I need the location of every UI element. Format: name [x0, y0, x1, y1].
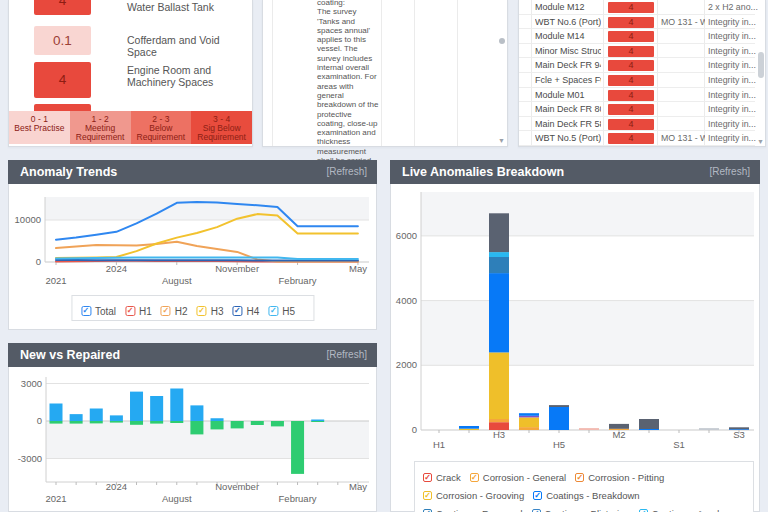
panel-header: Anomaly Trends [Refresh] — [8, 160, 377, 184]
axis-label: 4000 — [396, 295, 417, 306]
legend-checkbox[interactable]: ✓ — [533, 491, 542, 500]
bar-repaired — [70, 421, 83, 424]
axis-label: 2021 — [45, 275, 66, 286]
bar-segment-corrosion_general — [489, 419, 509, 422]
condition-row-label: Water Ballast Tank — [127, 1, 247, 13]
column-divider — [414, 0, 415, 146]
module-row[interactable]: Main Deck FR 80-944Integrity in... — [519, 102, 755, 117]
legend-checkbox[interactable]: ✓ — [81, 306, 91, 316]
module-note: Integrity in... — [708, 46, 760, 56]
legend-checkbox[interactable]: ✓ — [423, 473, 432, 482]
bar-repaired — [231, 421, 244, 428]
bar-new — [90, 409, 103, 422]
plot-band — [421, 192, 754, 236]
module-note: Integrity in... — [708, 17, 760, 27]
condition-legend: 0 - 1Best Practise1 - 2Meeting Requireme… — [9, 111, 252, 144]
module-row[interactable]: Fcle + Spaces Fwd4Integrity in... — [519, 73, 755, 88]
legend-label: H5 — [282, 306, 295, 317]
legend-label: Coatings - Removed — [436, 506, 523, 512]
module-row[interactable]: Minor Misc Structure4Integrity in... — [519, 44, 755, 59]
legend-checkbox[interactable]: ✓ — [268, 306, 278, 316]
bar-segment-other — [729, 427, 749, 429]
refresh-link[interactable]: [Refresh] — [709, 160, 750, 184]
panel-body: -30000300020212024AugustNovemberFebruary… — [8, 367, 377, 512]
condition-score-badge: 4 — [34, 0, 91, 15]
legend-item: ✓H2 — [161, 306, 188, 317]
legend-item: ✓Corrosion - Grooving — [423, 488, 524, 503]
legend-item: ✓Total — [81, 306, 116, 317]
module-note: Integrity in... — [708, 133, 760, 143]
module-ref: MO 131 - W... — [661, 133, 705, 143]
legend-item: ✓Coatings - Breakdown — [533, 488, 639, 503]
axis-label: H5 — [553, 439, 565, 450]
module-note: Integrity in... — [708, 31, 760, 41]
axis-label: February — [279, 275, 317, 286]
plot-band — [46, 421, 369, 459]
module-name: Main Deck FR 58-80 — [535, 119, 601, 129]
scroll-thumb-icon[interactable] — [499, 38, 505, 44]
bar-new — [311, 420, 324, 422]
bar-segment-coatings_breakdown — [519, 413, 539, 416]
module-score-badge: 4 — [608, 133, 654, 144]
module-row[interactable]: WBT No.6 (Port)4MO 131 - W...Integrity i… — [519, 15, 755, 30]
bar-segment-crack — [489, 422, 509, 430]
axis-label: November — [215, 481, 259, 492]
bar-new — [211, 418, 224, 421]
module-row[interactable]: Module M144Integrity in... — [519, 29, 755, 44]
module-row[interactable]: Module M014Integrity in... — [519, 88, 755, 103]
module-name: Main Deck FR 94-117 — [535, 60, 601, 70]
axis-label: 2021 — [45, 493, 66, 504]
legend-checkbox[interactable]: ✓ — [423, 491, 432, 500]
legend-item: ✓H4 — [232, 306, 259, 317]
scroll-down-icon[interactable]: ▼ — [757, 138, 764, 145]
bar-segment-corrosion_grooving — [519, 417, 539, 427]
bar-new — [170, 389, 183, 422]
legend-checkbox[interactable]: ✓ — [161, 306, 171, 316]
module-row[interactable]: WBT No.5 (Port)4MO 131 - W...Integrity i… — [519, 131, 755, 146]
legend-checkbox[interactable]: ✓ — [232, 306, 242, 316]
bar-segment-coatings_anodes — [489, 252, 509, 257]
breakdown-legend: ✓Crack✓Corrosion - General✓Corrosion - P… — [414, 461, 754, 512]
legend-item: ✓H3 — [197, 306, 224, 317]
column-divider — [272, 0, 273, 146]
module-row[interactable]: Module M1242 x H2 ano... — [519, 0, 755, 15]
series-line-H3 — [56, 214, 358, 258]
refresh-link[interactable]: [Refresh] — [326, 160, 367, 184]
table-scrollbar-thumb[interactable] — [758, 52, 764, 78]
legend-label: Coatings - Breakdown — [546, 488, 639, 503]
module-row[interactable]: Main Deck FR 58-804Integrity in... — [519, 117, 755, 132]
module-name: WBT No.6 (Port) — [535, 17, 601, 27]
scroll-down-icon[interactable]: ▼ — [498, 137, 505, 144]
module-name: Fcle + Spaces Fwd — [535, 75, 601, 85]
module-row[interactable]: Main Deck FR 94-1174Integrity in... — [519, 58, 755, 73]
legend-label: Corrosion - General — [483, 470, 566, 485]
bar-repaired — [110, 421, 123, 423]
panel-title: New vs Repaired — [20, 343, 120, 367]
condition-legend-cell: 2 - 3Below Requirement — [131, 111, 192, 144]
panel-header: New vs Repaired [Refresh] — [8, 343, 377, 367]
bar-new — [150, 396, 163, 421]
legend-label: Best Practise — [9, 124, 70, 133]
axis-label: November — [215, 263, 259, 274]
axis-label: 2024 — [106, 263, 127, 274]
module-name: WBT No.5 (Port) — [535, 133, 601, 143]
legend-label: Crack — [436, 470, 461, 485]
legend-label: H4 — [246, 306, 259, 317]
legend-checkbox[interactable]: ✓ — [197, 306, 207, 316]
axis-label: M2 — [612, 429, 625, 440]
survey-notes-panel: coating: The survey 'Tanks and spaces an… — [262, 0, 508, 147]
axis-label: May — [349, 263, 367, 274]
bar-segment-buckling — [519, 416, 539, 418]
module-name: Module M12 — [535, 2, 601, 12]
axis-label: H3 — [493, 429, 505, 440]
module-score-badge: 4 — [608, 17, 654, 28]
refresh-link[interactable]: [Refresh] — [326, 343, 367, 367]
legend-checkbox[interactable]: ✓ — [470, 473, 479, 482]
legend-checkbox[interactable]: ✓ — [575, 473, 584, 482]
bar-segment-coatings_breakdown — [639, 429, 659, 430]
module-ref: MO 131 - W... — [661, 17, 705, 27]
legend-checkbox[interactable]: ✓ — [125, 306, 135, 316]
bar-new — [190, 405, 203, 421]
module-name: Minor Misc Structure — [535, 46, 601, 56]
bar-repaired — [170, 421, 183, 423]
